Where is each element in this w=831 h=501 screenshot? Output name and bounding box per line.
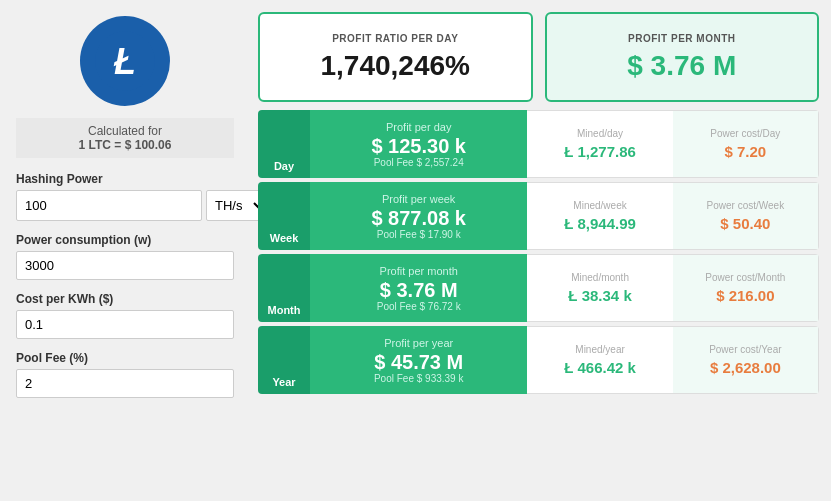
power-value: $ 2,628.00 [710,359,781,376]
profit-value: $ 3.76 M [380,279,458,301]
mined-value: Ł 1,277.86 [564,143,636,160]
power-value: $ 50.40 [720,215,770,232]
power-consumption-input[interactable] [16,251,234,280]
left-panel: Ł Calculated for 1 LTC = $ 100.06 Hashin… [0,0,250,501]
profit-value: $ 45.73 M [374,351,463,373]
pool-fee-label: Pool Fee (%) [16,351,234,365]
power-label: Power cost/Year [709,344,781,355]
power-cell: Power cost/Day $ 7.20 [673,110,819,178]
profit-cell: Profit per year $ 45.73 M Pool Fee $ 933… [310,326,527,394]
power-cell: Power cost/Month $ 216.00 [673,254,819,322]
row-period-label: Year [272,376,295,388]
row-period-label: Month [268,304,301,316]
calc-rate: 1 LTC = $ 100.06 [79,138,172,152]
power-cell: Power cost/Week $ 50.40 [673,182,819,250]
calc-for-box: Calculated for 1 LTC = $ 100.06 [16,118,234,158]
power-consumption-group: Power consumption (w) [16,233,234,280]
mined-label: Mined/day [577,128,623,139]
pool-fee-group: Pool Fee (%) [16,351,234,398]
table-row: Week Profit per week $ 877.08 k Pool Fee… [258,182,819,250]
top-stats: PROFIT RATIO PER DAY 1,740,246% PROFIT P… [258,12,819,102]
table-row: Year Profit per year $ 45.73 M Pool Fee … [258,326,819,394]
mined-label: Mined/week [573,200,626,211]
mined-label: Mined/month [571,272,629,283]
profit-month-box: PROFIT PER MONTH $ 3.76 M [545,12,820,102]
hashing-power-group: Hashing Power TH/s GH/s MH/s [16,172,234,221]
svg-text:Ł: Ł [113,41,136,82]
power-label: Power cost/Month [705,272,785,283]
profit-title: Profit per month [380,265,458,277]
row-period-cell: Week [258,182,310,250]
row-period-label: Day [274,160,294,172]
profit-title: Profit per week [382,193,455,205]
mined-cell: Mined/day Ł 1,277.86 [527,110,672,178]
mined-cell: Mined/week Ł 8,944.99 [527,182,672,250]
profit-ratio-box: PROFIT RATIO PER DAY 1,740,246% [258,12,533,102]
mined-value: Ł 38.34 k [568,287,631,304]
row-period-cell: Day [258,110,310,178]
power-label: Power cost/Week [707,200,785,211]
profit-cell: Profit per week $ 877.08 k Pool Fee $ 17… [310,182,527,250]
main-container: Ł Calculated for 1 LTC = $ 100.06 Hashin… [0,0,831,501]
pool-fee: Pool Fee $ 17.90 k [377,229,461,240]
cost-kwh-input[interactable] [16,310,234,339]
litecoin-logo: Ł [80,16,170,106]
power-cell: Power cost/Year $ 2,628.00 [673,326,819,394]
row-period-cell: Year [258,326,310,394]
cost-kwh-group: Cost per KWh ($) [16,292,234,339]
row-period-label: Week [270,232,299,244]
pool-fee-input[interactable] [16,369,234,398]
row-period-cell: Month [258,254,310,322]
profit-cell: Profit per month $ 3.76 M Pool Fee $ 76.… [310,254,527,322]
profit-title: Profit per day [386,121,451,133]
hashing-row: TH/s GH/s MH/s [16,190,234,221]
rows-area: Day Profit per day $ 125.30 k Pool Fee $… [258,110,819,394]
table-row: Month Profit per month $ 3.76 M Pool Fee… [258,254,819,322]
cost-kwh-label: Cost per KWh ($) [16,292,234,306]
mined-cell: Mined/year Ł 466.42 k [527,326,672,394]
profit-value: $ 125.30 k [371,135,466,157]
profit-ratio-label: PROFIT RATIO PER DAY [332,33,458,44]
calc-label: Calculated for [20,124,230,138]
mined-label: Mined/year [575,344,624,355]
pool-fee: Pool Fee $ 2,557.24 [374,157,464,168]
right-panel: PROFIT RATIO PER DAY 1,740,246% PROFIT P… [250,0,831,501]
power-value: $ 216.00 [716,287,774,304]
pool-fee: Pool Fee $ 933.39 k [374,373,464,384]
profit-month-value: $ 3.76 M [627,50,736,82]
mined-value: Ł 466.42 k [564,359,636,376]
mined-cell: Mined/month Ł 38.34 k [527,254,672,322]
power-consumption-label: Power consumption (w) [16,233,234,247]
profit-month-label: PROFIT PER MONTH [628,33,735,44]
profit-title: Profit per year [384,337,453,349]
mined-value: Ł 8,944.99 [564,215,636,232]
hashing-input[interactable] [16,190,202,221]
pool-fee: Pool Fee $ 76.72 k [377,301,461,312]
hashing-label: Hashing Power [16,172,234,186]
table-row: Day Profit per day $ 125.30 k Pool Fee $… [258,110,819,178]
profit-ratio-value: 1,740,246% [321,50,470,82]
profit-cell: Profit per day $ 125.30 k Pool Fee $ 2,5… [310,110,527,178]
profit-value: $ 877.08 k [371,207,466,229]
power-value: $ 7.20 [725,143,767,160]
power-label: Power cost/Day [710,128,780,139]
